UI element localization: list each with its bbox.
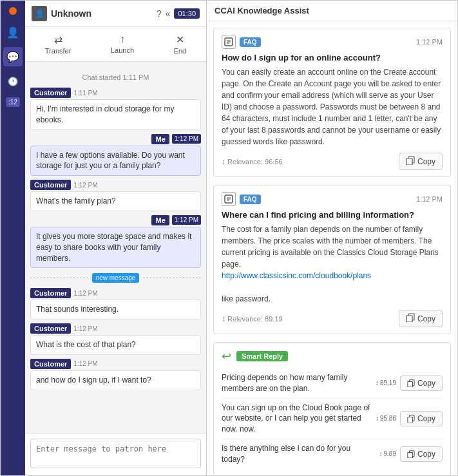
transfer-button[interactable]: ⇄ Transfer <box>39 31 78 57</box>
message-time: 1:12 PM <box>172 215 201 225</box>
knowledge-header: CCAI Knowledge Assist <box>207 1 457 21</box>
knowledge-body: FAQ 1:12 PM How do I sign up for an onli… <box>207 21 457 475</box>
svg-rect-13 <box>408 381 413 387</box>
svg-rect-11 <box>406 316 412 322</box>
score-value: 89,19 <box>380 379 396 386</box>
message-row: Customer 1:12 PM That sounds interesting… <box>30 288 201 319</box>
message-header: Me 1:12 PM <box>30 215 201 225</box>
score-icon: ↕ <box>376 379 379 386</box>
chat-header-left: 👤 Unknown <box>32 6 91 21</box>
divider-line <box>30 278 88 278</box>
message-header: Customer 1:12 PM <box>30 180 201 190</box>
message-bubble: What's the family plan? <box>30 191 201 211</box>
sidebar-icon-time[interactable]: 🕐 <box>3 71 23 91</box>
score-badge: ↕ 95.86 <box>376 415 396 422</box>
message-header: Customer 1:12 PM <box>30 359 201 369</box>
launch-button[interactable]: ↑ Launch <box>104 31 140 57</box>
reply-right: ↕ 9.89 Copy <box>378 446 443 462</box>
smart-reply-badge: Smart Reply <box>236 351 288 361</box>
copy-button-2[interactable]: Copy <box>399 310 443 327</box>
knowledge-card-2: FAQ 1:12 PM Where can I find pricing and… <box>213 185 451 334</box>
chat-input[interactable] <box>30 439 201 468</box>
card-question: How do I sign up for an online account? <box>222 53 443 62</box>
relevance-icon: ↕ <box>222 314 225 323</box>
chat-input-area <box>25 433 206 475</box>
new-message-divider: new message <box>30 273 201 283</box>
copy-label: Copy <box>417 414 435 423</box>
sidebar-icon-person[interactable]: 👤 <box>3 23 23 42</box>
reply-text: Pricing depends on how many family membe… <box>222 372 370 394</box>
reply-right: ↕ 89,19 Copy <box>376 376 443 391</box>
copy-button-reply-1[interactable]: Copy <box>400 376 443 391</box>
copy-button-reply-3[interactable]: Copy <box>400 446 443 462</box>
message-bubble: What is the cost of that plan? <box>30 335 201 355</box>
message-row: Me 1:12 PM I have a few options availabl… <box>30 134 201 176</box>
card-icon <box>222 35 236 49</box>
card-time: 1:12 PM <box>416 38 443 46</box>
chat-header-right: ? « 01:30 <box>157 8 200 19</box>
chat-toolbar: ⇄ Transfer ↑ Launch ✕ End <box>25 27 206 62</box>
score-icon: ↕ <box>376 415 379 422</box>
chat-started-label: Chat started 1:11 PM <box>30 73 201 81</box>
message-row: Customer 1:12 PM What's the family plan? <box>30 180 201 211</box>
sidebar: 👤 💬 🕐 :12 <box>1 1 25 475</box>
end-button[interactable]: ✕ End <box>167 31 193 57</box>
faq-badge: FAQ <box>240 37 261 47</box>
message-row: Customer 1:12 PM and how do I sign up, i… <box>30 359 201 390</box>
end-icon: ✕ <box>176 33 184 46</box>
sender-label: Customer <box>30 359 71 369</box>
message-row: Me 1:12 PM It gives you more storage spa… <box>30 215 201 268</box>
chat-name: Unknown <box>51 8 91 19</box>
score-badge: ↕ 89,19 <box>376 379 396 386</box>
copy-label: Copy <box>417 450 435 459</box>
relevance-icon: ↕ <box>222 157 225 166</box>
card-top: FAQ 1:12 PM <box>222 192 443 206</box>
copy-label: Copy <box>417 379 435 388</box>
message-time: 1:12 PM <box>73 360 97 367</box>
copy-icon <box>407 379 415 387</box>
copy-button-reply-2[interactable]: Copy <box>400 411 443 426</box>
relevance-score: ↕ Relevance: 96.56 <box>222 157 283 166</box>
svg-rect-15 <box>408 417 413 423</box>
avatar: 👤 <box>32 6 47 21</box>
copy-label: Copy <box>417 157 435 166</box>
card-body: You can easily create an account online … <box>222 66 443 148</box>
copy-button-1[interactable]: Copy <box>399 153 443 170</box>
reply-item-3: Is there anything else I can do for you … <box>222 439 443 469</box>
chat-messages: Chat started 1:11 PM Customer 1:11 PM Hi… <box>25 62 206 433</box>
card-top-left: FAQ <box>222 192 261 206</box>
smart-reply-header: ↩ Smart Reply <box>222 349 443 363</box>
score-icon: ↕ <box>379 450 383 457</box>
knowledge-card-1: FAQ 1:12 PM How do I sign up for an onli… <box>213 28 451 177</box>
card-top: FAQ 1:12 PM <box>222 35 443 49</box>
message-row: Customer 1:12 PM What is the cost of tha… <box>30 323 201 355</box>
message-time: 1:12 PM <box>73 182 97 189</box>
reply-item-1: Pricing depends on how many family membe… <box>222 368 443 399</box>
status-dot <box>9 7 17 15</box>
launch-label: Launch <box>111 46 134 54</box>
message-bubble: It gives you more storage space and make… <box>30 227 201 268</box>
sender-label: Customer <box>30 180 71 190</box>
card-footer: ↕ Relevance: 96.56 Copy <box>222 153 443 170</box>
card-top-left: FAQ <box>222 35 261 49</box>
sender-label: Customer <box>30 323 71 334</box>
score-badge: ↕ 9.89 <box>379 450 396 457</box>
message-header: Customer 1:12 PM <box>30 288 201 298</box>
relevance-label: Relevance: 89.19 <box>227 315 283 323</box>
message-row: Customer 1:11 PM Hi, I'm interested in c… <box>30 88 201 130</box>
smart-reply-section: ↩ Smart Reply Pricing depends on how man… <box>213 342 451 475</box>
knowledge-panel: CCAI Knowledge Assist FAQ 1:12 PM How do… <box>207 1 457 475</box>
relevance-score: ↕ Relevance: 89.19 <box>222 314 283 323</box>
launch-icon: ↑ <box>120 33 125 45</box>
message-header: Me 1:12 PM <box>30 134 201 144</box>
message-header: Customer 1:12 PM <box>30 323 201 334</box>
transfer-icon: ⇄ <box>54 33 62 46</box>
sidebar-icon-chat[interactable]: 💬 <box>3 47 23 66</box>
message-time: 1:11 PM <box>73 90 97 97</box>
message-bubble: That sounds interesting. <box>30 300 201 319</box>
copy-icon <box>407 450 415 458</box>
sender-label: Customer <box>30 288 71 298</box>
chat-header: 👤 Unknown ? « 01:30 <box>25 1 206 27</box>
collapse-button[interactable]: « <box>166 8 171 19</box>
help-button[interactable]: ? <box>157 8 162 19</box>
